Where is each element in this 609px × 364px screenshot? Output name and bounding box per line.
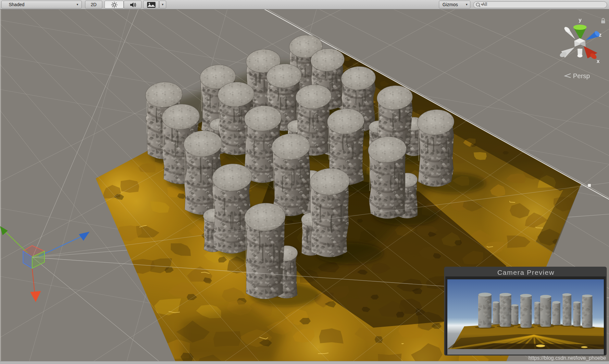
svg-text:Camera Preview: Camera Preview (497, 269, 554, 276)
svg-text:y: y (579, 17, 582, 23)
svg-text:z: z (599, 32, 602, 38)
svg-text:x: x (597, 58, 600, 64)
svg-text:https://blog.csdn.net/love_pho: https://blog.csdn.net/love_phoebe (528, 355, 606, 361)
svg-text:Persp: Persp (573, 72, 590, 79)
